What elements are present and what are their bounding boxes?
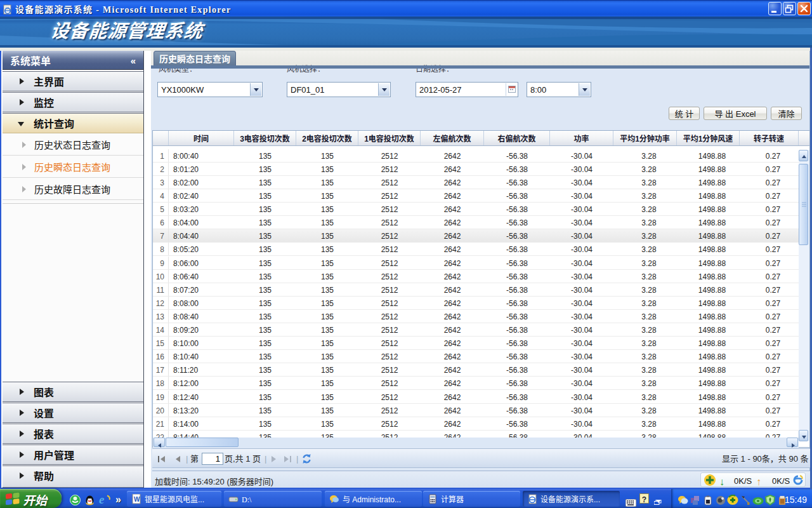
- svg-text:W: W: [134, 496, 140, 503]
- svg-text:e: e: [99, 494, 105, 505]
